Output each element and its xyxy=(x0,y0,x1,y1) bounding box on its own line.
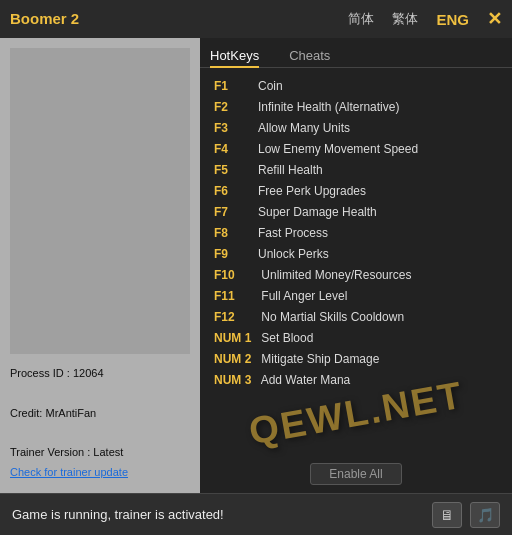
cheat-f10: F10 Unlimited Money/Resources xyxy=(214,265,498,286)
enable-all-area: Enable All xyxy=(200,459,512,493)
cheat-f6: F6Free Perk Upgrades xyxy=(214,181,498,202)
cheat-f7: F7Super Damage Health xyxy=(214,202,498,223)
cheat-f4: F4Low Enemy Movement Speed xyxy=(214,139,498,160)
music-icon: 🎵 xyxy=(477,507,494,523)
credit-row: Credit: MrAntiFan xyxy=(10,404,190,424)
cheat-num3: NUM 3 Add Water Mana xyxy=(214,370,498,391)
tab-hotkeys[interactable]: HotKeys xyxy=(210,44,259,67)
cheat-f2: F2Infinite Health (Alternative) xyxy=(214,97,498,118)
computer-icon-button[interactable]: 🖥 xyxy=(432,502,462,528)
cheat-f9: F9Unlock Perks xyxy=(214,244,498,265)
credit-value: MrAntiFan xyxy=(45,407,96,419)
status-message: Game is running, trainer is activated! xyxy=(12,507,224,522)
process-id-label: Process ID : 12064 xyxy=(10,364,190,384)
close-button[interactable]: ✕ xyxy=(487,8,502,30)
title-bar: Boomer 2 简体 繁体 ENG ✕ xyxy=(0,0,512,38)
title-bar-left: Boomer 2 xyxy=(10,10,348,28)
music-icon-button[interactable]: 🎵 xyxy=(470,502,500,528)
cheat-f8: F8Fast Process xyxy=(214,223,498,244)
main-layout: Process ID : 12064 Credit: MrAntiFan Tra… xyxy=(0,38,512,493)
sidebar-info: Process ID : 12064 Credit: MrAntiFan Tra… xyxy=(10,364,190,483)
lang-traditional-chinese[interactable]: 繁体 xyxy=(392,10,418,28)
cheat-f11: F11 Full Anger Level xyxy=(214,286,498,307)
credit-label: Credit: xyxy=(10,407,42,419)
title-bar-right: 简体 繁体 ENG ✕ xyxy=(348,8,502,30)
status-icons: 🖥 🎵 xyxy=(432,502,500,528)
tabs-bar: HotKeys Cheats xyxy=(200,38,512,68)
status-bar: Game is running, trainer is activated! 🖥… xyxy=(0,493,512,535)
update-link[interactable]: Check for trainer update xyxy=(10,466,128,478)
cheat-f12: F12 No Martial Skills Cooldown xyxy=(214,307,498,328)
computer-icon: 🖥 xyxy=(440,507,454,523)
content-area: HotKeys Cheats F1Coin F2Infinite Health … xyxy=(200,38,512,493)
cheat-f5: F5Refill Health xyxy=(214,160,498,181)
app-title: Boomer 2 xyxy=(10,10,79,27)
cheat-f1: F1Coin xyxy=(214,76,498,97)
cheat-num2: NUM 2 Mitigate Ship Damage xyxy=(214,349,498,370)
cheat-num1: NUM 1 Set Blood xyxy=(214,328,498,349)
enable-all-button[interactable]: Enable All xyxy=(310,463,401,485)
cheat-f3: F3Allow Many Units xyxy=(214,118,498,139)
cheats-list: F1Coin F2Infinite Health (Alternative) F… xyxy=(200,68,512,459)
lang-english[interactable]: ENG xyxy=(436,11,469,28)
lang-simplified-chinese[interactable]: 简体 xyxy=(348,10,374,28)
trainer-version-label: Trainer Version : Latest xyxy=(10,443,190,463)
sidebar-image xyxy=(10,48,190,354)
sidebar: Process ID : 12064 Credit: MrAntiFan Tra… xyxy=(0,38,200,493)
tab-cheats[interactable]: Cheats xyxy=(289,44,330,67)
